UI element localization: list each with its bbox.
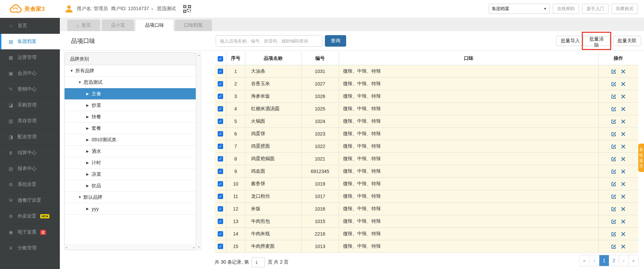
row-checkbox[interactable]: ✓ xyxy=(218,131,223,137)
next-page-button[interactable]: › xyxy=(619,255,628,266)
edit-icon[interactable] xyxy=(611,169,616,174)
query-button[interactable]: 查询 xyxy=(325,35,346,47)
sidebar-item-group-archive[interactable]: ▤集团档案 xyxy=(0,34,60,50)
row-checkbox[interactable]: ✓ xyxy=(218,106,223,112)
row-checkbox[interactable]: ✓ xyxy=(218,156,223,162)
delete-icon[interactable] xyxy=(621,107,625,111)
sidebar-item-system-settings[interactable]: ⚙系统设置 xyxy=(0,177,60,193)
chevron-right-icon[interactable]: ▶ xyxy=(86,138,92,142)
first-page-button[interactable]: « xyxy=(579,255,589,266)
delete-icon[interactable] xyxy=(621,194,625,199)
chevron-down-icon[interactable]: ∨ xyxy=(151,7,153,11)
online-help-button[interactable]: 在线帮助 xyxy=(553,4,579,14)
tree-node[interactable]: ▼默认品牌 xyxy=(65,192,196,203)
scroll-down-icon[interactable]: ▼ xyxy=(198,246,200,249)
sidebar-item-purchase[interactable]: ◪采购管理 xyxy=(0,97,60,113)
sidebar-item-inventory[interactable]: ▥库存管理 xyxy=(0,113,60,129)
chevron-down-icon[interactable]: ▼ xyxy=(78,195,84,199)
delete-icon[interactable] xyxy=(621,182,625,186)
tree-node[interactable]: ▶饮品 xyxy=(65,180,196,192)
batch-clear-button[interactable]: 批量清除 xyxy=(583,36,610,46)
chevron-right-icon[interactable]: ▶ xyxy=(86,184,92,188)
qr-code-icon[interactable] xyxy=(183,5,191,13)
tree-node[interactable]: ▶计时 xyxy=(65,157,196,169)
row-checkbox[interactable]: ✓ xyxy=(218,244,223,249)
page-button-2[interactable]: 2 xyxy=(609,255,619,266)
delete-icon[interactable] xyxy=(621,219,625,224)
chevron-right-icon[interactable]: ▶ xyxy=(86,126,92,130)
row-checkbox[interactable]: ✓ xyxy=(218,119,223,124)
chevron-right-icon[interactable]: ▶ xyxy=(86,115,92,119)
sidebar-item-delivery[interactable]: ◨配送管理 xyxy=(0,129,60,145)
row-checkbox[interactable]: ✓ xyxy=(218,94,223,99)
tree-node[interactable]: ▶酒水 xyxy=(65,146,196,157)
sidebar-item-report-center[interactable]: ▤报表中心 xyxy=(0,161,60,177)
chevron-right-icon[interactable]: ▶ xyxy=(86,92,92,96)
chevron-right-icon[interactable]: ▶ xyxy=(86,103,92,107)
row-checkbox[interactable]: ✓ xyxy=(218,206,223,212)
sidebar-item-ledger[interactable]: ¥分账管理 xyxy=(0,240,60,256)
tree-node[interactable]: ▶凉菜 xyxy=(65,169,196,180)
batch-import-button[interactable]: 批量导入 xyxy=(556,36,585,46)
row-checkbox[interactable]: ✓ xyxy=(218,169,223,174)
edit-icon[interactable] xyxy=(611,131,616,137)
delete-icon[interactable] xyxy=(621,157,625,161)
tree-horizontal-scrollbar[interactable]: ◂ ▸ xyxy=(65,245,196,250)
edit-icon[interactable] xyxy=(611,106,616,112)
edit-icon[interactable] xyxy=(611,181,616,187)
edit-icon[interactable] xyxy=(611,94,616,99)
scroll-right-icon[interactable]: ▸ xyxy=(193,246,195,249)
page-number-input[interactable] xyxy=(252,257,265,267)
chevron-right-icon[interactable]: ▶ xyxy=(86,149,92,153)
chevron-down-icon[interactable]: ▼ xyxy=(70,69,75,73)
edit-icon[interactable] xyxy=(611,144,616,149)
row-checkbox[interactable]: ✓ xyxy=(218,69,223,74)
tree-node[interactable]: ▶炒菜 xyxy=(65,100,196,111)
sidebar-item-marketing-center[interactable]: ✎营销中心 xyxy=(0,81,60,97)
edit-icon[interactable] xyxy=(611,194,616,199)
tree-node[interactable]: ▶0910测试类 xyxy=(65,134,196,146)
tree-node[interactable]: ▼所有品牌 xyxy=(65,65,196,77)
scroll-left-icon[interactable]: ◂ xyxy=(66,246,67,249)
row-checkbox[interactable]: ✓ xyxy=(218,194,223,199)
chevron-down-icon[interactable]: ▼ xyxy=(78,80,84,84)
edit-icon[interactable] xyxy=(611,244,616,249)
tree-node[interactable]: ▶快餐 xyxy=(65,111,196,123)
edit-icon[interactable] xyxy=(611,81,616,87)
row-checkbox[interactable]: ✓ xyxy=(218,81,223,87)
chevron-right-icon[interactable]: ▶ xyxy=(86,161,92,165)
row-checkbox[interactable]: ✓ xyxy=(218,144,223,149)
delete-icon[interactable] xyxy=(621,144,625,149)
tree-node[interactable]: ▶主食 xyxy=(65,88,196,100)
sidebar-item-operations[interactable]: ▦运营管理 xyxy=(0,50,60,66)
sidebar-item-member-center[interactable]: ▣会员中心 xyxy=(0,66,60,81)
chevron-right-icon[interactable]: ▶ xyxy=(86,207,92,211)
edit-icon[interactable] xyxy=(611,219,616,224)
row-checkbox[interactable]: ✓ xyxy=(218,181,223,187)
tree-vertical-scrollbar[interactable]: ▲ ▼ xyxy=(197,52,201,250)
sidebar-item-e-invoice[interactable]: ◉电子发票促 xyxy=(0,224,60,240)
merchant-id-label[interactable]: 商户ID: 12014737 xyxy=(111,6,149,12)
sidebar-item-micro-restaurant[interactable]: Ψ微餐厅设置 xyxy=(0,193,60,209)
search-input[interactable] xyxy=(216,35,322,47)
tree-node[interactable]: ▶yyy xyxy=(65,203,196,215)
tab-home[interactable]: ⌂首页 xyxy=(67,20,100,31)
page-button-1[interactable]: 1 xyxy=(599,255,609,266)
novice-guide-button[interactable]: 新手入门 xyxy=(582,4,609,14)
row-checkbox[interactable]: ✓ xyxy=(218,219,223,224)
sidebar-item-home[interactable]: ⌂首页 xyxy=(0,18,60,34)
last-page-button[interactable]: » xyxy=(628,255,638,266)
edit-icon[interactable] xyxy=(611,119,616,124)
module-select-dropdown[interactable]: 集团档案 ▼ xyxy=(489,4,550,14)
scroll-up-icon[interactable]: ▲ xyxy=(198,54,200,57)
tab-dianxiaobao[interactable]: 店小宝 xyxy=(102,20,134,31)
chevron-right-icon[interactable]: ▶ xyxy=(86,172,92,176)
tab-item-flavor[interactable]: 品项口味 xyxy=(136,20,173,31)
tree-node[interactable]: ▶套餐 xyxy=(65,123,196,134)
select-all-checkbox[interactable]: ✓ xyxy=(218,56,223,62)
prev-page-button[interactable]: ‹ xyxy=(589,255,599,266)
delete-icon[interactable] xyxy=(621,69,625,74)
delete-icon[interactable] xyxy=(621,207,625,211)
delete-icon[interactable] xyxy=(621,119,625,124)
edit-icon[interactable] xyxy=(611,231,616,237)
